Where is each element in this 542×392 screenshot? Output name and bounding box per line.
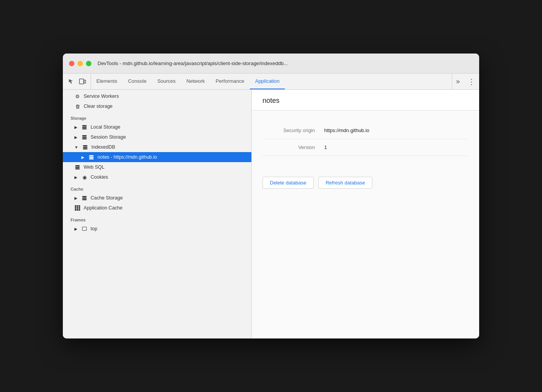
frame-icon (81, 226, 88, 232)
main-content: ⚙ Service Workers 🗑 Clear storage Storag… (63, 90, 479, 338)
detail-actions: Delete database Refresh database (252, 168, 479, 198)
cache-storage-icon (81, 195, 88, 201)
svg-rect-0 (79, 79, 84, 84)
toolbar-icon-group (63, 74, 91, 89)
chevron-right-icon: ▶ (81, 155, 84, 159)
minimize-button[interactable] (77, 61, 83, 66)
refresh-database-button[interactable]: Refresh database (318, 177, 373, 189)
sidebar-item-cache-storage[interactable]: ▶ Cache Storage (63, 193, 251, 203)
sidebar-item-service-workers[interactable]: ⚙ Service Workers (63, 91, 251, 101)
websql-icon (74, 164, 81, 170)
tab-console[interactable]: Console (123, 74, 152, 89)
app-cache-icon (74, 205, 81, 211)
security-origin-row: Security origin https://mdn.github.io (263, 122, 468, 139)
security-origin-label: Security origin (263, 127, 324, 133)
sidebar-item-clear-storage[interactable]: 🗑 Clear storage (63, 101, 251, 111)
chevron-right-icon: ▶ (74, 227, 77, 231)
version-row: Version 1 (263, 139, 468, 156)
detail-title: notes (263, 97, 279, 104)
sidebar-item-notes-db[interactable]: ▶ notes - https://mdn.github.io (63, 152, 251, 162)
sidebar-item-indexeddb[interactable]: ▼ IndexedDB (63, 142, 251, 152)
toolbar: Elements Console Sources Network Perform… (63, 74, 479, 90)
tab-sources[interactable]: Sources (152, 74, 181, 89)
gear-icon: ⚙ (74, 93, 81, 99)
tab-elements[interactable]: Elements (91, 74, 123, 89)
traffic-lights (69, 61, 91, 66)
devtools-window: DevTools - mdn.github.io/learning-area/j… (63, 54, 479, 338)
notes-db-icon (88, 154, 94, 160)
sidebar-item-cookies[interactable]: ▶ ◉ Cookies (63, 172, 251, 182)
sidebar-item-top-frame[interactable]: ▶ top (63, 224, 251, 234)
version-value: 1 (324, 144, 327, 150)
trash-icon: 🗑 (74, 103, 81, 109)
delete-database-button[interactable]: Delete database (263, 177, 314, 189)
detail-body: Security origin https://mdn.github.io Ve… (252, 111, 479, 168)
close-button[interactable] (69, 61, 74, 66)
more-tabs-button[interactable]: » (452, 74, 464, 89)
cache-section-label: Cache (63, 182, 251, 193)
frames-section-label: Frames (63, 213, 251, 224)
chevron-down-icon: ▼ (74, 145, 78, 149)
chevron-right-icon: ▶ (74, 196, 77, 200)
maximize-button[interactable] (86, 61, 91, 66)
toolbar-tabs: Elements Console Sources Network Perform… (91, 74, 452, 89)
inspect-icon[interactable] (67, 77, 75, 86)
detail-pane: notes Security origin https://mdn.github… (252, 90, 479, 338)
chevron-right-icon: ▶ (74, 125, 77, 129)
sidebar-item-websql[interactable]: Web SQL (63, 162, 251, 172)
window-title: DevTools - mdn.github.io/learning-area/j… (98, 60, 288, 66)
local-storage-icon (81, 124, 88, 130)
tab-application[interactable]: Application (250, 74, 285, 89)
sidebar-item-session-storage[interactable]: ▶ Session Storage (63, 132, 251, 142)
sidebar-item-local-storage[interactable]: ▶ Local Storage (63, 122, 251, 132)
storage-section-label: Storage (63, 111, 251, 122)
version-label: Version (263, 144, 324, 150)
chevron-right-icon: ▶ (74, 135, 77, 139)
svg-rect-1 (84, 80, 86, 83)
security-origin-value: https://mdn.github.io (324, 127, 369, 133)
title-bar: DevTools - mdn.github.io/learning-area/j… (63, 54, 479, 74)
detail-header: notes (252, 90, 479, 111)
sidebar-item-app-cache[interactable]: Application Cache (63, 203, 251, 213)
cookies-icon: ◉ (81, 174, 88, 180)
device-icon[interactable] (78, 77, 87, 86)
session-storage-icon (81, 134, 88, 140)
tab-performance[interactable]: Performance (210, 74, 249, 89)
chevron-right-icon: ▶ (74, 175, 77, 179)
tab-network[interactable]: Network (181, 74, 210, 89)
indexeddb-icon (82, 144, 88, 150)
sidebar: ⚙ Service Workers 🗑 Clear storage Storag… (63, 90, 252, 338)
devtools-menu-button[interactable]: ⋮ (464, 74, 479, 89)
